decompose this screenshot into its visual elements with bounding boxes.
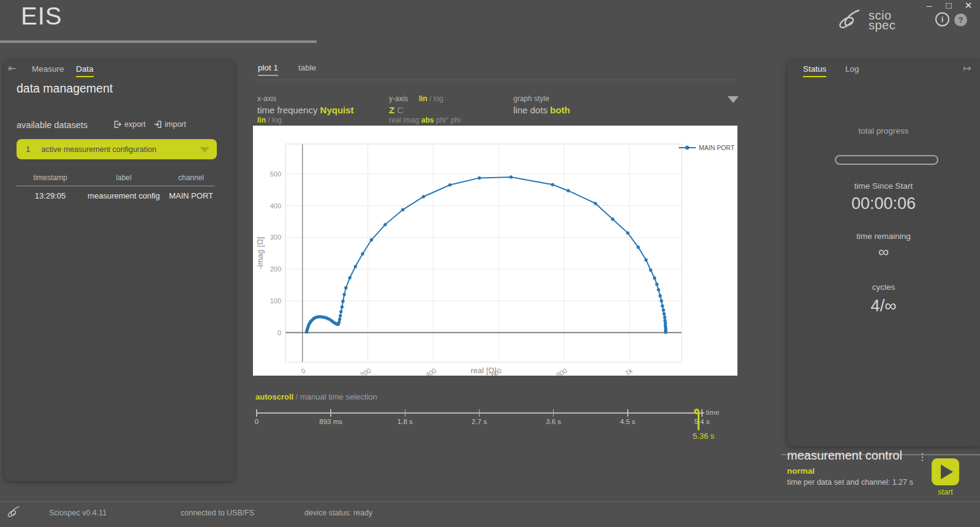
play-icon xyxy=(941,464,953,479)
x-axis-mode-frequency[interactable]: frequency xyxy=(277,105,318,115)
time-since-start-label: time Since Start xyxy=(787,181,980,191)
dataset-selector[interactable]: 1 active measurement configuration xyxy=(17,139,217,159)
nyquist-chart[interactable]: 02004006008001k0100200300400500real [Ω]-… xyxy=(253,126,737,376)
total-progress-label: total progress xyxy=(787,126,980,135)
slider-tick-label: 2.7 s xyxy=(455,418,504,425)
help-icon[interactable]: ? xyxy=(954,13,967,26)
import-label: import xyxy=(165,120,186,129)
time-remaining-label: time remaining xyxy=(787,232,980,241)
brand-line2: spec xyxy=(869,20,895,30)
slider-tick[interactable] xyxy=(330,409,331,417)
y-axis-comp-imag[interactable]: imag xyxy=(403,116,419,124)
tab-log[interactable]: Log xyxy=(845,64,859,76)
svg-text:400: 400 xyxy=(270,202,281,210)
measurement-info: time per data set and channel: 1.27 s xyxy=(787,478,913,487)
menu-dots-icon[interactable]: ⋮ xyxy=(918,451,927,463)
table-header-divider xyxy=(17,186,214,186)
export-label: export xyxy=(124,120,146,129)
measurement-mode[interactable]: normal xyxy=(787,466,815,476)
slider-tick-label: 0 xyxy=(232,418,281,425)
nyquist-plot-svg[interactable]: 02004006008001k0100200300400500real [Ω]-… xyxy=(253,126,737,376)
slider-handle-label: time xyxy=(706,409,720,416)
chevron-down-icon xyxy=(200,147,209,153)
y-axis-scale-log[interactable]: log xyxy=(434,94,443,103)
sciospec-swirl-icon xyxy=(837,7,866,33)
minimize-button[interactable]: – xyxy=(922,0,936,10)
app-window: EIS scio spec – □ ✕ i ? ⇤ Measure Data d… xyxy=(0,0,980,527)
x-axis-scale-lin[interactable]: lin xyxy=(257,116,266,124)
x-axis-mode-nyquist[interactable]: Nyquist xyxy=(320,105,354,115)
collapse-left-panel-icon[interactable]: ⇤ xyxy=(8,63,16,74)
slider-tick[interactable] xyxy=(256,409,257,417)
svg-text:real [Ω]: real [Ω] xyxy=(470,366,496,375)
tab-status[interactable]: Status xyxy=(803,64,826,77)
slider-current-time: 5.36 s xyxy=(685,431,722,441)
svg-text:500: 500 xyxy=(270,170,281,178)
tab-data[interactable]: Data xyxy=(76,64,94,77)
graph-style-both[interactable]: both xyxy=(550,105,570,115)
status-panel: ↦ Status Log total progress time Since S… xyxy=(787,59,980,446)
autoscroll-option[interactable]: autoscroll xyxy=(255,392,293,401)
graph-style-controls: graph style line dots both xyxy=(513,93,570,116)
svg-text:100: 100 xyxy=(270,297,281,305)
cycles-label: cycles xyxy=(787,282,980,292)
x-axis-scale-sep: / xyxy=(268,116,270,124)
slider-handle-line xyxy=(698,413,699,430)
cycles-value: 4/∞ xyxy=(787,297,980,316)
y-axis-controls: y-axis lin / log Z C real imag abs phi° … xyxy=(389,93,461,125)
slider-track[interactable] xyxy=(257,412,704,414)
manual-time-option[interactable]: manual time selection xyxy=(300,392,377,401)
y-axis-comp-abs[interactable]: abs xyxy=(421,116,434,124)
x-axis-mode-time[interactable]: time xyxy=(257,105,274,115)
svg-text:-imag [Ω]: -imag [Ω] xyxy=(255,237,265,269)
export-button[interactable]: export xyxy=(113,120,146,129)
y-axis-quantity-z[interactable]: Z xyxy=(389,105,394,115)
time-mode-switch: autoscroll / manual time selection xyxy=(255,392,377,401)
slider-tick[interactable] xyxy=(405,409,406,417)
x-axis-scale-log[interactable]: log xyxy=(272,116,282,124)
slider-tick[interactable] xyxy=(479,409,480,417)
graph-style-line[interactable]: line xyxy=(513,105,527,115)
sciospec-logo: scio spec xyxy=(837,7,895,33)
available-datasets-label: available datasets xyxy=(17,120,88,130)
app-version: Sciospec v0.4.11 xyxy=(49,509,107,517)
legend-main-port: MAIN PORT xyxy=(699,144,735,151)
slider-tick[interactable] xyxy=(553,409,554,417)
y-axis-comp-phideg[interactable]: phi° xyxy=(436,116,449,124)
y-axis-comp-real[interactable]: real xyxy=(389,116,401,124)
slider-tick[interactable] xyxy=(627,409,628,417)
app-title: EIS xyxy=(21,2,62,30)
time-slider[interactable]: 0893 ms1.8 s2.7 s3.6 s4.5 s5.4 stime5.36… xyxy=(253,404,737,445)
slider-tick[interactable] xyxy=(701,409,703,417)
page-title: data management xyxy=(17,82,113,96)
y-axis-quantity-c[interactable]: C xyxy=(397,105,404,115)
slider-tick-label: 893 ms xyxy=(306,418,355,425)
import-button[interactable]: import xyxy=(154,120,186,129)
y-axis-comp-phi[interactable]: phi xyxy=(451,116,461,124)
y-axis-scale-lin[interactable]: lin xyxy=(419,94,428,103)
maximize-button[interactable]: □ xyxy=(942,0,956,10)
svg-text:200: 200 xyxy=(270,265,281,273)
svg-text:300: 300 xyxy=(270,233,281,241)
info-icon[interactable]: i xyxy=(935,12,949,26)
tab-measure[interactable]: Measure xyxy=(32,64,64,76)
connection-status: connected to USB/FS xyxy=(181,509,254,517)
tab-plot-1[interactable]: plot 1 xyxy=(258,63,278,76)
close-button[interactable]: ✕ xyxy=(962,0,975,11)
slider-tick-label: 4.5 s xyxy=(603,418,652,425)
graph-style-dots[interactable]: dots xyxy=(530,105,548,115)
tab-table[interactable]: table xyxy=(298,63,316,75)
start-button-label: start xyxy=(932,488,959,496)
cell-timestamp: 13:29:05 xyxy=(17,191,84,200)
start-button[interactable] xyxy=(932,458,959,485)
total-progress-bar xyxy=(835,155,938,165)
collapse-axis-settings-icon[interactable] xyxy=(728,96,739,103)
cell-label: measurement config xyxy=(84,191,164,200)
y-axis-scale-sep: / xyxy=(429,94,431,103)
time-since-start-value: 00:00:06 xyxy=(787,194,980,213)
import-icon xyxy=(154,120,162,129)
title-underline xyxy=(0,40,317,43)
dataset-index: 1 xyxy=(26,145,31,154)
collapse-right-panel-icon[interactable]: ↦ xyxy=(963,63,971,74)
statusbar-logo-icon xyxy=(6,505,23,520)
